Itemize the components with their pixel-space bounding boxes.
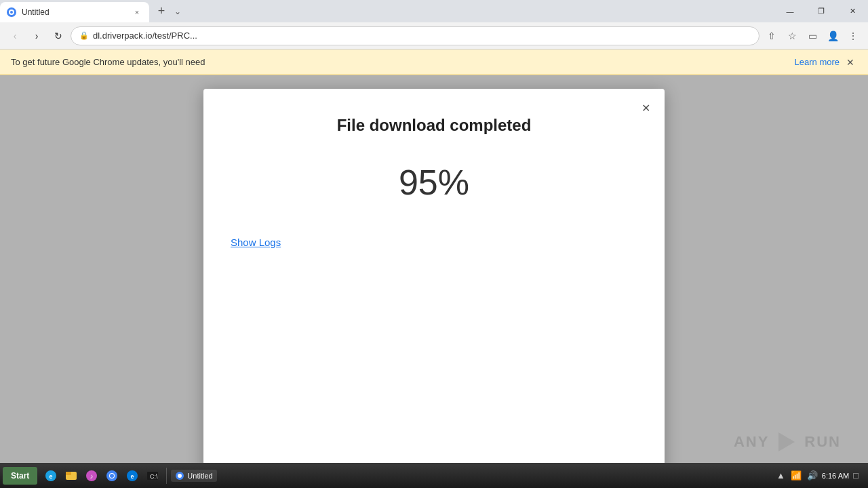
anyrun-watermark: ANY RUN (734, 430, 841, 454)
modal-overlay: ✕ File download completed 95% Show Logs (0, 75, 868, 463)
start-label: Start (11, 471, 29, 481)
tab-overflow-button[interactable]: ⌄ (171, 0, 184, 22)
back-button[interactable]: ‹ (5, 26, 24, 45)
taskbar-cmd-icon[interactable]: C:\ (143, 466, 162, 485)
tray-notifications-icon[interactable]: □ (852, 470, 860, 481)
taskbar-edge-icon[interactable]: e (123, 466, 142, 485)
url-text: dl.driverpack.io/test/PRC... (93, 30, 751, 41)
tab-title: Untitled (22, 7, 50, 17)
taskbar-itunes-icon[interactable]: ♪ (82, 466, 101, 485)
taskbar-pinned-icons: e ♪ e C:\ (41, 466, 162, 485)
start-button[interactable]: Start (3, 467, 37, 485)
toolbar-right-buttons: ⇧ ☆ ▭ 👤 ⋮ (762, 26, 863, 45)
svg-marker-0 (778, 432, 795, 451)
minimize-button[interactable]: — (774, 0, 806, 22)
taskbar: Start e ♪ e C:\ Untitled ▲ 📶 🔊 6:16 AM (0, 463, 868, 488)
modal-close-button[interactable]: ✕ (636, 98, 655, 117)
tab-bar: Untitled × + (0, 0, 171, 22)
window-chrome: Untitled × + ⌄ — ❐ ✕ (0, 0, 868, 22)
taskbar-system-tray: ▲ 📶 🔊 6:16 AM □ (775, 470, 865, 481)
taskbar-chrome-icon[interactable] (102, 466, 121, 485)
svg-point-15 (178, 474, 182, 478)
restore-button[interactable]: ❐ (806, 0, 837, 22)
omnibox[interactable]: 🔒 dl.driverpack.io/test/PRC... (71, 26, 760, 45)
tray-arrow-icon[interactable]: ▲ (775, 470, 787, 481)
notification-bar: To get future Google Chrome updates, you… (0, 49, 868, 75)
system-clock: 6:16 AM (822, 472, 849, 480)
svg-text:C:\: C:\ (150, 473, 158, 480)
taskbar-chrome-label: Untitled (187, 472, 212, 480)
tray-network-icon[interactable]: 📶 (789, 470, 803, 481)
taskbar-ie-icon[interactable]: e (41, 466, 60, 485)
share-button[interactable]: ⇧ (762, 26, 781, 45)
svg-text:e: e (50, 473, 53, 480)
bookmark-button[interactable]: ☆ (783, 26, 802, 45)
show-logs-link[interactable]: Show Logs (231, 237, 281, 248)
notification-close-button[interactable]: ✕ (844, 56, 857, 69)
notification-text: To get future Google Chrome updates, you… (11, 57, 791, 67)
tab-favicon (7, 7, 16, 17)
profile-button[interactable]: 👤 (823, 26, 842, 45)
new-tab-button[interactable]: + (152, 2, 171, 21)
browser-toolbar: ‹ › ↻ 🔒 dl.driverpack.io/test/PRC... ⇧ ☆… (0, 22, 868, 49)
clock-time: 6:16 AM (822, 472, 849, 480)
taskbar-explorer-icon[interactable] (62, 466, 81, 485)
watermark-run-text: RUN (804, 433, 841, 451)
taskbar-chrome-window[interactable]: Untitled (171, 470, 216, 482)
tray-volume-icon[interactable]: 🔊 (806, 470, 819, 481)
taskbar-separator (166, 468, 167, 484)
window-controls: — ❐ ✕ (774, 0, 868, 22)
reload-button[interactable]: ↻ (49, 26, 68, 45)
menu-button[interactable]: ⋮ (844, 26, 863, 45)
watermark-text: ANY (734, 433, 769, 451)
tab-close-button[interactable]: × (132, 7, 142, 18)
anyrun-logo-icon (774, 430, 799, 454)
chrome-taskbar-icon (175, 471, 184, 481)
forward-button[interactable]: › (27, 26, 46, 45)
svg-text:e: e (131, 473, 134, 480)
modal-title: File download completed (231, 116, 637, 135)
cast-button[interactable]: ▭ (803, 26, 822, 45)
download-modal: ✕ File download completed 95% Show Logs (203, 89, 665, 488)
close-button[interactable]: ✕ (837, 0, 868, 22)
active-tab[interactable]: Untitled × (0, 2, 149, 22)
modal-percentage: 95% (231, 162, 637, 203)
svg-rect-4 (66, 472, 71, 475)
svg-point-9 (110, 474, 114, 478)
learn-more-link[interactable]: Learn more (795, 57, 840, 67)
svg-text:♪: ♪ (90, 472, 94, 480)
secure-icon: 🔒 (79, 31, 89, 40)
